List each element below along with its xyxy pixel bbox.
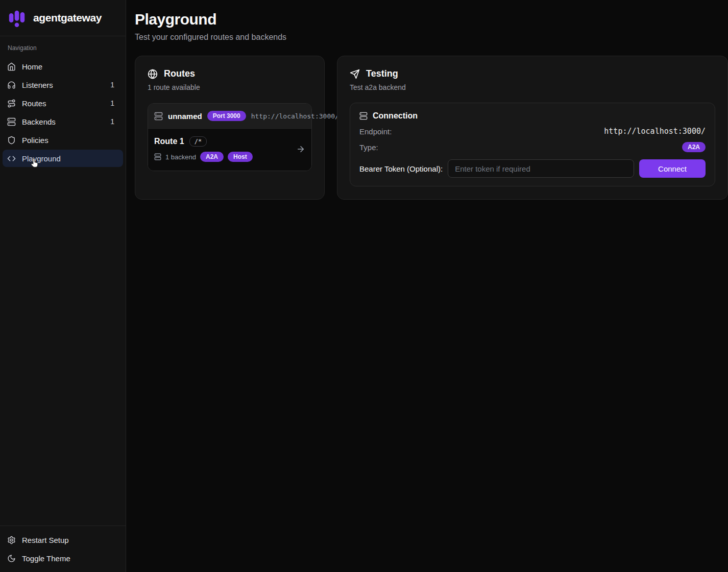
routes-count-badge: 1 (110, 99, 118, 107)
a2a-badge: A2A (200, 152, 224, 162)
cards-row: Routes 1 route available unnamed Port 30… (135, 56, 728, 200)
server-icon (154, 153, 161, 160)
backends-count-badge: 1 (110, 117, 118, 126)
host-badge: Host (228, 152, 253, 162)
listener-name: unnamed (168, 112, 202, 121)
main-content: Playground Test your configured routes a… (126, 0, 728, 572)
code-icon (7, 154, 16, 163)
sidebar-footer: Restart Setup Toggle Theme (0, 526, 126, 572)
route-info: Route 1 /* 1 backend A2A Host (154, 136, 253, 162)
route-path-badge: /* (189, 136, 207, 147)
type-label: Type: (359, 143, 378, 152)
sidebar-item-home[interactable]: Home (3, 58, 123, 75)
sidebar-item-label: Backends (22, 117, 56, 126)
gear-icon (7, 536, 16, 544)
listeners-count-badge: 1 (110, 81, 118, 89)
routes-card-title: Routes (164, 68, 195, 79)
arrow-right-icon (296, 145, 305, 154)
listener-header: unnamed Port 3000 http://localhost:3000/ (148, 104, 311, 128)
sidebar-item-label: Policies (22, 136, 48, 145)
sidebar-item-label: Listeners (22, 81, 53, 89)
bearer-token-row: Bearer Token (Optional): Connect (359, 159, 706, 178)
type-row: Type: A2A (359, 142, 706, 152)
server-icon (359, 112, 368, 120)
routes-card-header: Routes (148, 68, 312, 79)
toggle-theme-button[interactable]: Toggle Theme (3, 550, 123, 567)
sidebar-item-label: Home (22, 62, 42, 71)
routes-card: Routes 1 route available unnamed Port 30… (135, 56, 325, 200)
routes-card-subtitle: 1 route available (148, 83, 312, 91)
listener-group: unnamed Port 3000 http://localhost:3000/… (148, 103, 312, 171)
moon-icon (7, 554, 16, 563)
nav-section-label: Navigation (3, 44, 123, 58)
shield-icon (7, 136, 16, 145)
sidebar-item-playground[interactable]: Playground (3, 150, 123, 167)
port-badge: Port 3000 (207, 111, 246, 121)
brand[interactable]: agentgateway (0, 0, 126, 36)
connection-header: Connection (359, 111, 706, 121)
sidebar-item-backends[interactable]: Backends 1 (3, 113, 123, 130)
bearer-token-label: Bearer Token (Optional): (359, 164, 443, 173)
testing-card-subtitle: Test a2a backend (350, 83, 715, 91)
sidebar-nav: Navigation Home Listeners 1 Routes 1 Bac… (0, 36, 126, 526)
sidebar-item-policies[interactable]: Policies (3, 131, 123, 149)
sidebar-item-routes[interactable]: Routes 1 (3, 94, 123, 112)
agentgateway-logo-icon (7, 8, 27, 28)
testing-card: Testing Test a2a backend Connection Endp… (337, 56, 728, 200)
brand-name: agentgateway (33, 12, 102, 24)
endpoint-value: http://localhost:3000/ (604, 127, 706, 136)
route-name: Route 1 (154, 137, 184, 146)
backend-count: 1 backend (165, 153, 196, 161)
testing-card-header: Testing (350, 68, 715, 79)
restart-setup-button[interactable]: Restart Setup (3, 531, 123, 549)
connection-panel: Connection Endpoint: http://localhost:30… (350, 103, 715, 186)
route-row[interactable]: Route 1 /* 1 backend A2A Host (148, 128, 311, 171)
sidebar-item-label: Playground (22, 154, 61, 163)
toggle-theme-label: Toggle Theme (22, 554, 70, 563)
page-subtitle: Test your configured routes and backends (135, 33, 728, 42)
page-title: Playground (135, 11, 728, 28)
server-icon (7, 117, 16, 126)
home-icon (7, 62, 16, 71)
sidebar-item-listeners[interactable]: Listeners 1 (3, 76, 123, 93)
headphones-icon (7, 81, 16, 89)
endpoint-row: Endpoint: http://localhost:3000/ (359, 127, 706, 136)
type-a2a-badge: A2A (682, 142, 706, 152)
route-meta: 1 backend A2A Host (154, 152, 253, 162)
connect-button[interactable]: Connect (639, 159, 706, 178)
sidebar: agentgateway Navigation Home Listeners 1… (0, 0, 126, 572)
server-icon (154, 112, 163, 121)
bearer-token-input[interactable] (448, 159, 634, 178)
sidebar-item-label: Routes (22, 99, 46, 108)
testing-card-title: Testing (366, 68, 398, 79)
globe-icon (148, 69, 158, 79)
listener-url: http://localhost:3000/ (251, 112, 339, 120)
send-icon (350, 69, 360, 79)
route-icon (7, 99, 16, 108)
endpoint-label: Endpoint: (359, 127, 392, 136)
connection-title: Connection (373, 111, 418, 121)
restart-setup-label: Restart Setup (22, 536, 69, 544)
